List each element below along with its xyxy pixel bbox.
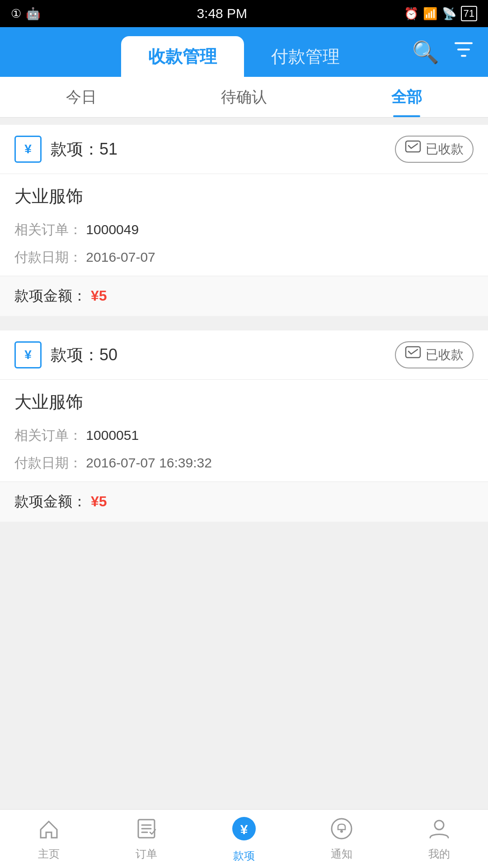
bottom-nav-notification[interactable]: 通知 (293, 810, 390, 868)
alarm-icon: ⏰ (404, 7, 418, 21)
date-row-1: 付款日期： 2016-07-07 (14, 248, 474, 267)
amount-value-1: ¥5 (91, 288, 107, 304)
company-name-1: 大业服饰 (14, 185, 474, 208)
payment-label: 款项 (233, 849, 255, 863)
bottom-navigation: 主页 订单 ¥ 款项 通知 (0, 809, 488, 868)
svg-point-9 (435, 821, 444, 830)
yuan-icon-2: ¥ (14, 341, 42, 368)
card-divider (0, 323, 488, 330)
sub-tabs-bar: 今日 待确认 全部 (0, 77, 488, 118)
company-name-2: 大业服饰 (14, 391, 474, 414)
svg-point-7 (332, 819, 352, 839)
card-header-1: ¥ 款项：51 已收款 (0, 125, 488, 174)
card-title-2: 款项：50 (51, 344, 117, 366)
status-right: ⏰ 📶 📡 71 (404, 6, 477, 21)
bottom-padding (0, 529, 488, 588)
status-badge-2[interactable]: 已收款 (395, 341, 474, 368)
card-footer-2: 款项金额： ¥5 (0, 481, 488, 522)
status-left: ① 🤖 (11, 7, 40, 21)
date-row-2: 付款日期： 2016-07-07 16:39:32 (14, 454, 474, 472)
status-badge-1[interactable]: 已收款 (395, 136, 474, 163)
card-footer-1: 款项金额： ¥5 (0, 276, 488, 316)
content-area: ¥ 款项：51 已收款 大业服饰 相关订单： (0, 125, 488, 588)
order-icon (135, 817, 158, 844)
subtab-today[interactable]: 今日 (0, 77, 163, 117)
top-nav-actions: 🔍 (412, 39, 474, 66)
battery-indicator: 71 (461, 6, 477, 21)
tab-receipt-management[interactable]: 收款管理 (121, 36, 244, 77)
badge-label-2: 已收款 (426, 346, 464, 363)
svg-text:¥: ¥ (240, 821, 248, 836)
tab-payment-management[interactable]: 付款管理 (244, 36, 367, 77)
top-nav-tabs: 收款管理 付款管理 (121, 27, 367, 77)
notification-label: 通知 (331, 847, 352, 861)
card-header-2: ¥ 款项：50 已收款 (0, 330, 488, 380)
signal-icon: 📡 (442, 7, 456, 21)
amount-value-2: ¥5 (91, 493, 107, 509)
android-icon: 🤖 (26, 7, 40, 21)
svg-text:¥: ¥ (24, 348, 32, 362)
order-row-1: 相关订单： 1000049 (14, 221, 474, 239)
payment-card-1: ¥ 款项：51 已收款 大业服饰 相关订单： (0, 125, 488, 316)
svg-point-8 (340, 830, 343, 833)
order-row-2: 相关订单： 1000051 (14, 426, 474, 445)
order-label: 订单 (136, 847, 157, 861)
subtab-all[interactable]: 全部 (325, 77, 488, 117)
subtab-pending[interactable]: 待确认 (163, 77, 325, 117)
section-divider (0, 118, 488, 125)
home-icon (37, 817, 61, 844)
status-bar: ① 🤖 3:48 PM ⏰ 📶 📡 71 (0, 0, 488, 27)
card-body-2: 大业服饰 相关订单： 1000051 付款日期： 2016-07-07 16:3… (0, 380, 488, 472)
number-icon: ① (11, 7, 21, 21)
card-header-left-2: ¥ 款项：50 (14, 341, 117, 368)
bottom-nav-profile[interactable]: 我的 (390, 810, 488, 868)
badge-icon-1 (405, 139, 421, 159)
yuan-icon-1: ¥ (14, 136, 42, 163)
bottom-nav-payment[interactable]: ¥ 款项 (195, 810, 293, 868)
wifi-icon: 📶 (423, 7, 437, 21)
card-header-left-1: ¥ 款项：51 (14, 136, 117, 163)
card-body-1: 大业服饰 相关订单： 1000049 付款日期： 2016-07-07 (0, 174, 488, 267)
profile-icon (427, 817, 451, 844)
profile-label: 我的 (428, 847, 450, 861)
badge-label-1: 已收款 (426, 141, 464, 158)
card-title-1: 款项：51 (51, 138, 117, 160)
bottom-nav-home[interactable]: 主页 (0, 810, 98, 868)
filter-icon[interactable] (453, 39, 474, 66)
bottom-nav-order[interactable]: 订单 (98, 810, 195, 868)
payment-card-2: ¥ 款项：50 已收款 大业服饰 相关订单： (0, 330, 488, 522)
top-navigation: 收款管理 付款管理 🔍 (0, 27, 488, 77)
notification-icon (330, 817, 353, 844)
home-label: 主页 (38, 847, 60, 861)
svg-text:¥: ¥ (24, 142, 32, 156)
search-icon[interactable]: 🔍 (412, 39, 439, 65)
payment-icon: ¥ (230, 815, 258, 846)
status-time: 3:48 PM (197, 6, 247, 21)
badge-icon-2 (405, 345, 421, 365)
